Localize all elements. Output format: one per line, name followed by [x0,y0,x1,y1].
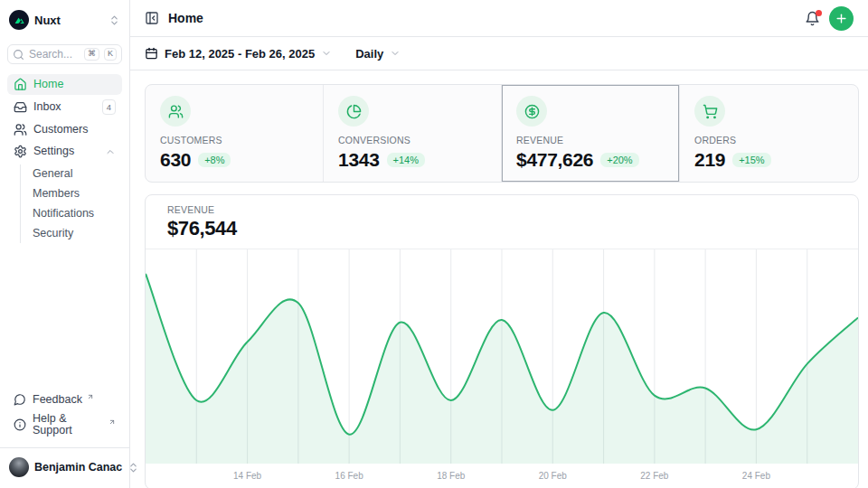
sidebar-item-label: Inbox [33,101,96,113]
workspace-name: Nuxt [34,14,103,27]
chart-title: REVENUE [167,204,836,215]
sidebar-footer: Benjamin Canac [0,447,129,481]
x-axis-label: 24 Feb [742,471,770,481]
sidebar-item-help-support[interactable]: Help & Support [7,409,122,440]
home-icon [14,78,27,91]
dashboard-content: CUSTOMERS 630 +8% CONVERSIONS 1343 +14% [130,70,868,488]
inbox-count-badge: 4 [102,99,116,115]
stats-strip: CUSTOMERS 630 +8% CONVERSIONS 1343 +14% [145,84,859,183]
sidebar-item-settings[interactable]: Settings [7,141,122,162]
notifications-button[interactable] [805,11,820,26]
collapse-sidebar-button[interactable] [145,11,159,25]
stat-card[interactable]: REVENUE $477,626 +20% [502,85,680,182]
settings-subnav: General Members Notifications Security [20,164,122,243]
search-placeholder: Search... [29,48,80,61]
stat-value: 630 [160,149,191,171]
message-circle-icon [14,393,26,406]
arrow-up-right-icon [87,393,94,400]
stat-delta-badge: +14% [387,153,425,167]
cart-icon [694,96,725,127]
stat-value: 1343 [338,149,380,171]
stat-card[interactable]: ORDERS 219 +15% [680,85,858,182]
notification-dot [816,10,822,16]
chevrons-up-down-icon [108,14,120,26]
stat-delta-badge: +8% [198,153,231,167]
sidebar-item-label: Feedback [33,394,82,406]
x-axis-label: 14 Feb [233,471,261,481]
kbd-k: K [104,48,117,61]
stat-label: CONVERSIONS [338,135,486,145]
inbox-icon [14,100,27,114]
chevron-down-icon [390,48,401,59]
chart-total-value: $76,544 [167,217,836,240]
gear-icon [14,145,27,158]
stat-card[interactable]: CONVERSIONS 1343 +14% [324,85,502,182]
stat-value: $477,626 [516,149,593,171]
kbd-cmd: ⌘ [84,48,99,61]
sidebar-item-notifications[interactable]: Notifications [29,204,122,223]
sidebar-item-inbox[interactable]: Inbox 4 [7,96,122,118]
user-name: Benjamin Canac [34,461,122,474]
chart-svg [146,249,858,464]
revenue-chart-card: REVENUE $76,544 14 Feb16 Feb18 Feb20 Feb… [145,194,859,488]
x-axis-label: 20 Feb [539,471,567,481]
sidebar-item-customers[interactable]: Customers [7,119,122,140]
calendar-icon [145,47,158,61]
pie-chart-icon [338,96,369,127]
user-menu[interactable]: Benjamin Canac [7,455,122,479]
x-axis-label: 18 Feb [437,471,465,481]
stat-label: CUSTOMERS [160,135,308,145]
sidebar-item-label: General [33,168,118,180]
sidebar-item-security[interactable]: Security [29,224,122,243]
info-icon [14,418,26,431]
avatar [9,457,29,477]
date-range-label: Feb 12, 2025 - Feb 26, 2025 [165,47,315,61]
stat-delta-badge: +20% [600,153,638,167]
x-axis-label: 16 Feb [335,471,363,481]
date-range-picker[interactable]: Feb 12, 2025 - Feb 26, 2025 [145,47,332,61]
granularity-label: Daily [355,47,383,61]
sidebar-item-label: Notifications [33,208,118,220]
plus-icon [835,12,848,25]
users-icon [14,123,27,136]
page-title: Home [168,11,203,25]
stat-label: ORDERS [694,135,844,145]
revenue-area-chart[interactable] [146,249,858,464]
sidebar-item-label: Help & Support [33,413,104,436]
sidebar: Nuxt Search... ⌘ K Home Inbox 4 [0,0,130,488]
sidebar-item-feedback[interactable]: Feedback [7,389,122,409]
x-axis-labels: 14 Feb16 Feb18 Feb20 Feb22 Feb24 Feb [146,464,858,488]
sidebar-item-home[interactable]: Home [7,74,122,95]
sidebar-item-label: Members [33,188,118,200]
search-icon [13,49,24,61]
sidebar-item-label: Settings [33,145,99,157]
nuxt-logo-icon [9,10,29,30]
main-area: Home Feb 12, 2025 - Feb 26, 2025 Daily [130,0,868,488]
sidebar-item-general[interactable]: General [29,164,122,183]
stat-card[interactable]: CUSTOMERS 630 +8% [146,85,324,182]
search-input[interactable]: Search... ⌘ K [7,44,122,64]
stat-label: REVENUE [516,135,665,145]
x-axis-label: 22 Feb [640,471,668,481]
stat-value: 219 [694,149,725,171]
sidebar-item-label: Home [33,79,116,90]
sidebar-item-label: Customers [33,124,116,136]
sidebar-nav: Home Inbox 4 Customers Settings Ge [7,74,122,245]
granularity-select[interactable]: Daily [355,47,401,61]
top-header: Home [130,0,868,37]
panel-left-close-icon [145,11,159,25]
chevron-up-icon [105,146,116,157]
users-icon [160,96,191,127]
sidebar-item-label: Security [33,228,118,239]
chevron-down-icon [321,48,332,59]
chart-header: REVENUE $76,544 [146,195,858,249]
arrow-up-right-icon [108,418,116,426]
sidebar-item-members[interactable]: Members [29,184,122,203]
add-button[interactable] [829,6,854,31]
workspace-switcher[interactable]: Nuxt [7,7,122,33]
stat-delta-badge: +15% [732,153,770,167]
dollar-circle-icon [516,96,547,127]
filter-toolbar: Feb 12, 2025 - Feb 26, 2025 Daily [130,37,868,70]
